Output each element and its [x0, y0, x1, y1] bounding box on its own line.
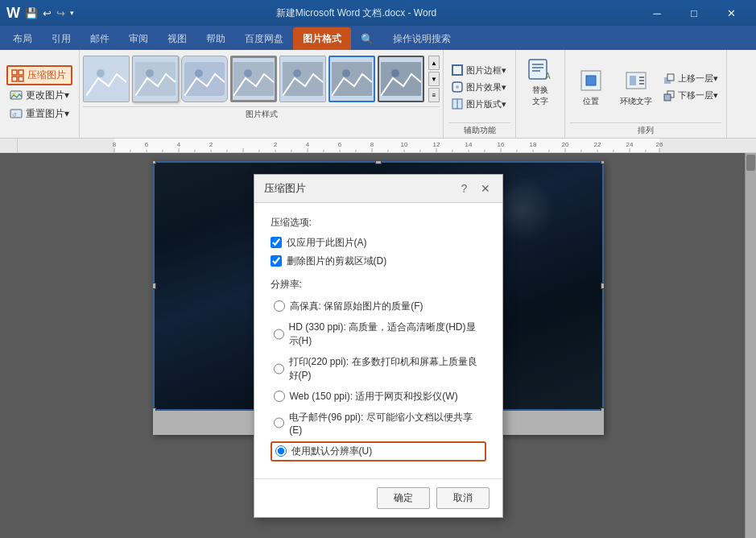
radio-high[interactable] — [274, 300, 285, 312]
tab-picture-format[interactable]: 图片格式 — [293, 27, 351, 50]
style-thumb-1[interactable] — [83, 56, 130, 102]
reset-label: 重置图片▾ — [26, 107, 69, 121]
tab-baidunetdisk[interactable]: 百度网盘 — [235, 27, 293, 50]
ribbon-effects-group: 图片边框▾ 图片效果▾ 图片版式▾ 辅助功能 — [444, 50, 516, 138]
wrap-text-icon — [623, 68, 649, 93]
tab-help[interactable]: 帮助 — [196, 27, 235, 50]
tab-reference[interactable]: 引用 — [42, 27, 81, 50]
style-scroll-up[interactable]: ▲ — [428, 56, 440, 70]
radio-default[interactable] — [275, 445, 287, 457]
radio-hd[interactable] — [274, 329, 284, 340]
style-scroll-more[interactable]: ≡ — [428, 88, 440, 102]
compress-picture-button[interactable]: 压缩图片 — [6, 65, 72, 85]
title-left: W 💾 ↩ ↪ ▾ — [6, 5, 74, 22]
tab-layout[interactable]: 布局 — [3, 27, 42, 50]
close-button[interactable]: ✕ — [713, 0, 750, 26]
wrap-text-button[interactable]: 环绕文字 — [615, 59, 657, 115]
style-thumb-4[interactable] — [230, 56, 277, 102]
replace-icon: A — [527, 56, 553, 82]
dialog-body: 压缩选项: 仅应用于此图片(A) 删除图片的剪裁区域(D) 分辨率: 高保真: … — [254, 203, 502, 478]
arrange-group-label: 排列 — [570, 122, 721, 136]
svg-rect-44 — [18, 139, 114, 153]
picture-effect-button[interactable]: 图片效果▾ — [448, 80, 510, 95]
svg-text:A: A — [545, 72, 551, 81]
radio-print[interactable] — [274, 363, 284, 375]
svg-text:4: 4 — [177, 141, 181, 148]
radio-web[interactable] — [274, 391, 285, 402]
svg-rect-1 — [19, 70, 23, 75]
replace-text-label: 替换文字 — [532, 85, 548, 107]
radio-default-label: 使用默认分辨率(U) — [291, 445, 373, 458]
style-scroll-down[interactable]: ▼ — [428, 72, 440, 86]
reset-picture-button[interactable]: ↺ 重置图片▾ — [6, 106, 72, 122]
wrap-text-label: 环绕文字 — [620, 96, 652, 107]
svg-text:24: 24 — [626, 141, 634, 148]
svg-rect-14 — [233, 62, 274, 96]
compress-dialog: 压缩图片 ? ✕ 压缩选项: 仅应用于此图片(A) 删除图片的剪裁区域(D) — [254, 174, 503, 518]
minimize-button[interactable]: ─ — [638, 0, 675, 26]
picture-layout-button[interactable]: 图片版式▾ — [448, 97, 510, 112]
compress-options-label: 压缩选项: — [271, 216, 486, 230]
ribbon-tabs: 布局 引用 邮件 审阅 视图 帮助 百度网盘 图片格式 🔍 操作说明搜索 — [0, 26, 756, 50]
radio-hd-row: HD (330 ppi): 高质量，适合高清晰度(HD)显示(H) — [271, 319, 486, 350]
svg-text:2: 2 — [274, 141, 278, 148]
forward-button[interactable]: 上移一层▾ — [660, 71, 721, 86]
svg-rect-20 — [381, 62, 421, 96]
svg-rect-35 — [630, 76, 636, 85]
ruler: 8 6 4 2 2 4 6 8 10 12 14 16 18 20 22 24 … — [0, 139, 756, 153]
radio-email[interactable] — [274, 417, 285, 428]
radio-email-row: 电子邮件(96 ppi): 尽可能缩小文档以便共享(E) — [271, 409, 486, 437]
style-thumb-3[interactable] — [181, 56, 228, 102]
svg-text:2: 2 — [209, 141, 213, 148]
style-thumb-7[interactable] — [378, 56, 424, 102]
style-thumb-5[interactable] — [279, 56, 326, 102]
compress-icon — [11, 69, 24, 82]
dialog-overlay: 压缩图片 ? ✕ 压缩选项: 仅应用于此图片(A) 删除图片的剪裁区域(D) — [0, 153, 756, 538]
replace-text-button[interactable]: A 替换文字 — [519, 53, 561, 110]
svg-rect-10 — [135, 62, 176, 96]
svg-text:6: 6 — [145, 141, 149, 148]
compress-label: 压缩图片 — [27, 68, 66, 82]
delete-crop-checkbox[interactable] — [271, 255, 282, 267]
backward-button[interactable]: 下移一层▾ — [660, 88, 721, 103]
redo-icon[interactable]: ↪ — [56, 7, 65, 19]
position-button[interactable]: 位置 — [570, 59, 612, 115]
ok-button[interactable]: 确定 — [377, 487, 430, 509]
tab-operation-guide[interactable]: 操作说明搜索 — [383, 27, 461, 50]
ribbon-picture-tools-group: 压缩图片 更改图片▾ ↺ 重置图片▾ — [0, 50, 80, 138]
apply-only-this-checkbox[interactable] — [271, 237, 282, 248]
undo-icon[interactable]: ↩ — [43, 7, 52, 19]
quick-access-dropdown[interactable]: ▾ — [70, 9, 74, 17]
tab-search[interactable]: 🔍 — [351, 27, 383, 50]
svg-rect-2 — [12, 77, 17, 81]
reset-icon: ↺ — [10, 108, 23, 121]
quick-save-icon[interactable]: 💾 — [25, 7, 38, 19]
change-label: 更改图片▾ — [26, 89, 69, 102]
svg-rect-27 — [529, 60, 547, 79]
svg-point-17 — [293, 69, 301, 77]
delete-crop-row: 删除图片的剪裁区域(D) — [271, 255, 486, 268]
picture-border-button[interactable]: 图片边框▾ — [448, 63, 510, 78]
style-thumb-2[interactable] — [132, 56, 179, 102]
svg-text:6: 6 — [338, 141, 342, 148]
svg-point-11 — [146, 69, 154, 77]
cancel-button[interactable]: 取消 — [436, 487, 490, 509]
style-thumb-6[interactable] — [328, 56, 375, 102]
dialog-title-bar: 压缩图片 ? ✕ — [254, 175, 502, 203]
dialog-close-button[interactable]: ✕ — [478, 181, 493, 196]
radio-print-row: 打印(220 ppi): 在多数打印机和屏幕上质量良好(P) — [271, 354, 486, 384]
svg-rect-45 — [659, 139, 756, 153]
svg-rect-40 — [667, 74, 674, 81]
tab-view[interactable]: 视图 — [158, 27, 196, 50]
svg-rect-0 — [12, 70, 17, 75]
position-label: 位置 — [583, 96, 599, 107]
change-picture-button[interactable]: 更改图片▾ — [6, 87, 72, 104]
dialog-help-button[interactable]: ? — [457, 181, 472, 196]
restore-button[interactable]: □ — [675, 0, 713, 26]
tab-review[interactable]: 审阅 — [119, 27, 158, 50]
tab-mail[interactable]: 邮件 — [81, 27, 119, 50]
svg-text:18: 18 — [530, 141, 537, 148]
svg-point-24 — [456, 85, 459, 89]
svg-text:8: 8 — [113, 141, 117, 148]
dialog-title-text: 压缩图片 — [264, 181, 306, 196]
